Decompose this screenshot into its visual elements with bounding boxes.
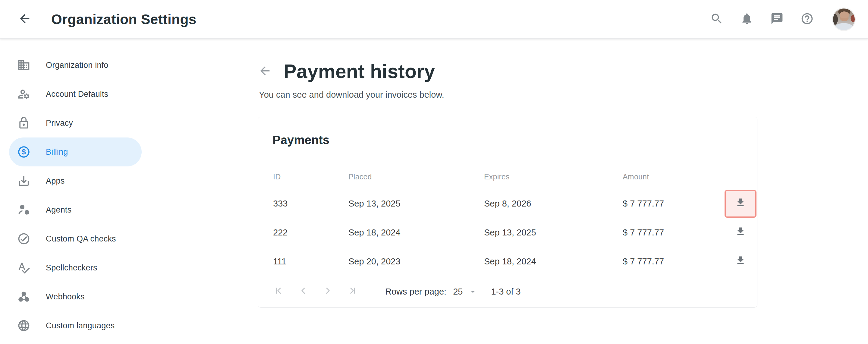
dollar-circle-icon: $ — [17, 145, 31, 159]
globe-icon — [17, 319, 31, 333]
sidebar-item-account-defaults[interactable]: Account Defaults — [9, 80, 142, 108]
app-header: Organization Settings — [0, 0, 868, 39]
arrow-back-icon — [18, 12, 32, 27]
next-page-button[interactable] — [322, 286, 334, 298]
table-row: 222 Sep 18, 2024 Sep 13, 2025 $ 7 777.77 — [258, 218, 757, 247]
cell-id: 333 — [258, 199, 348, 209]
column-header-amount: Amount — [623, 173, 701, 181]
sidebar-item-label: Spellcheckers — [46, 263, 97, 273]
install-icon — [17, 174, 31, 188]
sidebar-item-webhooks[interactable]: Webhooks — [9, 282, 142, 311]
cell-actions — [701, 247, 757, 276]
cell-amount: $ 7 777.77 — [623, 199, 701, 209]
pagination-range: 1-3 of 3 — [491, 287, 521, 297]
chat-icon — [770, 12, 784, 27]
account-settings-icon — [17, 87, 31, 101]
chevron-right-icon — [323, 285, 333, 298]
notifications-icon — [740, 12, 753, 27]
sidebar-item-label: Custom languages — [46, 321, 115, 331]
sidebar-item-apps[interactable]: Apps — [9, 166, 142, 195]
help-icon — [801, 12, 814, 27]
last-page-button[interactable] — [347, 286, 359, 298]
page-body: Organization info Account Defaults Priva… — [0, 39, 868, 344]
agent-cube-icon — [17, 203, 31, 217]
cell-placed: Sep 13, 2025 — [348, 199, 484, 209]
svg-text:$: $ — [22, 148, 26, 156]
avatar[interactable] — [833, 8, 855, 30]
cell-expires: Sep 18, 2024 — [484, 256, 623, 267]
page-subtitle: You can see and download your invoices b… — [259, 90, 868, 100]
download-icon — [735, 226, 746, 239]
sidebar-item-label: Privacy — [46, 119, 73, 128]
rows-per-page-label: Rows per page: — [385, 287, 446, 297]
download-invoice-button[interactable] — [724, 247, 756, 276]
sidebar-item-spellcheckers[interactable]: Spellcheckers — [9, 253, 142, 282]
main-content: Payment history You can see and download… — [154, 39, 868, 344]
arrow-drop-down-icon — [469, 288, 477, 296]
sidebar-item-custom-languages[interactable]: Custom languages — [9, 311, 142, 340]
app-title: Organization Settings — [51, 11, 196, 27]
webhook-icon — [17, 290, 31, 304]
sidebar-item-agents[interactable]: Agents — [9, 195, 142, 224]
cell-actions — [701, 218, 757, 247]
cell-amount: $ 7 777.77 — [623, 228, 701, 238]
page-head: Payment history — [258, 60, 868, 83]
lock-icon — [17, 116, 31, 130]
sidebar-item-label: Agents — [46, 205, 71, 215]
page-back-button[interactable] — [258, 64, 272, 79]
download-invoice-button[interactable] — [724, 218, 756, 247]
chevron-left-icon — [298, 285, 308, 298]
search-button[interactable] — [710, 12, 724, 27]
sidebar-nav-list: Organization info Account Defaults Priva… — [0, 51, 154, 340]
rows-per-page-value: 25 — [453, 287, 463, 297]
help-button[interactable] — [800, 12, 814, 27]
cell-expires: Sep 8, 2026 — [484, 199, 623, 209]
sidebar-item-label: Billing — [46, 148, 68, 157]
sidebar-item-custom-qa-checks[interactable]: Custom QA checks — [9, 224, 142, 253]
header-actions — [710, 8, 855, 30]
cell-placed: Sep 20, 2023 — [348, 256, 484, 267]
sidebar-item-label: Account Defaults — [46, 90, 108, 99]
cell-placed: Sep 18, 2024 — [348, 228, 484, 238]
download-invoice-button[interactable] — [724, 190, 756, 218]
notifications-button[interactable] — [740, 12, 754, 27]
table-pagination: Rows per page: 25 1-3 of 3 — [258, 276, 757, 307]
first-page-button[interactable] — [273, 286, 284, 298]
building-icon — [17, 58, 31, 72]
chat-button[interactable] — [770, 12, 784, 27]
sidebar-item-billing[interactable]: $ Billing — [9, 137, 142, 166]
rows-per-page-select[interactable]: 25 — [453, 287, 477, 297]
download-icon — [735, 255, 746, 268]
header-back-button[interactable] — [17, 11, 33, 27]
cell-expires: Sep 13, 2025 — [484, 228, 623, 238]
sidebar-item-privacy[interactable]: Privacy — [9, 108, 142, 137]
sidebar-item-label: Custom QA checks — [46, 234, 116, 244]
column-header-id: ID — [258, 173, 348, 181]
sidebar-item-organization-info[interactable]: Organization info — [9, 51, 142, 80]
table-row: 333 Sep 13, 2025 Sep 8, 2026 $ 7 777.77 — [258, 189, 757, 218]
card-title: Payments — [258, 117, 757, 147]
column-header-placed: Placed — [348, 173, 484, 181]
payments-card: Payments ID Placed Expires Amount 333 Se… — [258, 117, 757, 308]
previous-page-button[interactable] — [297, 286, 309, 298]
sidebar-item-label: Webhooks — [46, 292, 85, 302]
cell-amount: $ 7 777.77 — [623, 256, 701, 267]
sidebar-item-label: Organization info — [46, 61, 108, 70]
cell-actions — [701, 190, 757, 218]
sidebar: Organization info Account Defaults Priva… — [0, 39, 154, 344]
table-header-row: ID Placed Expires Amount — [258, 147, 757, 189]
sidebar-item-label: Apps — [46, 176, 64, 186]
check-circle-icon — [17, 232, 31, 246]
search-icon — [710, 12, 723, 27]
download-icon — [735, 197, 746, 210]
cell-id: 111 — [258, 256, 348, 267]
cell-id: 222 — [258, 228, 348, 238]
page-title: Payment history — [284, 60, 435, 83]
last-page-icon — [347, 285, 358, 298]
first-page-icon — [273, 285, 284, 298]
column-header-expires: Expires — [484, 173, 623, 181]
spellcheck-icon — [17, 261, 31, 275]
arrow-back-icon — [258, 64, 272, 79]
table-row: 111 Sep 20, 2023 Sep 18, 2024 $ 7 777.77 — [258, 247, 757, 276]
